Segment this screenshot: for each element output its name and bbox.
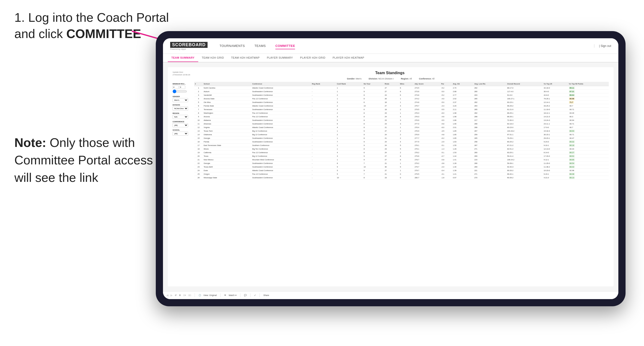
- school-cell[interactable]: Oklahoma: [203, 133, 252, 136]
- subnav-team-h2h-heatmap[interactable]: TEAM H2H HEATMAP: [228, 54, 263, 62]
- school-cell[interactable]: Illinois: [203, 147, 252, 151]
- low-cell: 217: [474, 118, 506, 122]
- subnav-player-summary[interactable]: PLAYER SUMMARY: [263, 54, 296, 62]
- min-rounds-filter: Minimum Rou...: [172, 83, 192, 94]
- wins-cell: 2: [399, 133, 414, 136]
- overall-cell: 97-31-1: [506, 133, 543, 136]
- no-tour-cell: 8: [363, 126, 384, 129]
- toolbar-watch[interactable]: Watch ▾: [229, 294, 236, 297]
- conference-cell: Southeastern Conference: [252, 118, 311, 122]
- sign-out-link[interactable]: | Sign out: [594, 44, 612, 48]
- toolbar-more[interactable]: □□: [188, 294, 191, 297]
- record-cell: 42-16-0: [543, 86, 568, 90]
- table-row: 12 Virginia Atlantic Coast Conference - …: [194, 126, 609, 129]
- max-rounds-input[interactable]: [179, 85, 185, 89]
- conf-rank-cell: 3: [336, 115, 363, 118]
- school-cell[interactable]: Alabama: [203, 118, 252, 122]
- adj-score-cell: 278.2: [414, 151, 440, 154]
- nav-committee[interactable]: COMMITTEE: [276, 43, 295, 49]
- gender-select[interactable]: Men's: [172, 98, 188, 102]
- rank-cell: 23: [194, 165, 203, 169]
- conference-select[interactable]: (All): [172, 123, 188, 127]
- school-cell[interactable]: Oregon: [203, 172, 252, 176]
- school-cell[interactable]: Texas: [203, 154, 252, 158]
- col-record: Vs Top 25: [543, 82, 568, 86]
- record-cell: 11-29-0: [543, 162, 568, 165]
- school-cell[interactable]: Arkansas: [203, 122, 252, 126]
- subnav-player-h2h-grid[interactable]: PLAYER H2H GRID: [296, 54, 329, 62]
- col-points: Vs Top 50 Points: [568, 82, 609, 86]
- school-cell[interactable]: Ole Miss: [203, 101, 252, 104]
- school-cell[interactable]: Georgia: [203, 136, 252, 140]
- school-cell[interactable]: Florida State: [203, 104, 252, 108]
- school-cell[interactable]: East Tennessee State: [203, 144, 252, 147]
- school-cell[interactable]: Tennessee: [203, 108, 252, 111]
- low-cell: 262: [474, 101, 506, 104]
- par-cell: -1.4: [440, 147, 452, 151]
- rank-cell: 24: [194, 169, 203, 172]
- school-cell[interactable]: New Mexico: [203, 158, 252, 162]
- record-cell: 9-19-1: [543, 172, 568, 176]
- table-row: 6 Florida State Atlantic Coast Conferenc…: [194, 104, 609, 108]
- division-select[interactable]: NCAA Division I: [172, 107, 188, 111]
- school-cell[interactable]: Arizona: [203, 115, 252, 118]
- record-cell: 13-24-3: [543, 118, 568, 122]
- min-rounds-input[interactable]: [172, 85, 178, 89]
- conf-rank-cell: 1: [336, 86, 363, 90]
- toolbar-share[interactable]: Share: [264, 294, 269, 297]
- toolbar-reload[interactable]: ↺: [175, 294, 177, 297]
- par-cell: -3.5: [440, 129, 452, 133]
- filter-row: Gender: Men's Division: NCAA Division I …: [172, 78, 609, 80]
- subnav-team-h2h-grid[interactable]: TEAM H2H GRID: [198, 54, 228, 62]
- rnds-cell: 27: [384, 90, 399, 93]
- overall-cell: 88-17-0: [506, 86, 543, 90]
- school-cell[interactable]: Auburn: [203, 90, 252, 93]
- subnav-team-summary[interactable]: TEAM SUMMARY: [168, 54, 198, 62]
- overall-cell: 87-21-2: [506, 144, 543, 147]
- school-cell[interactable]: Texas A&M: [203, 165, 252, 169]
- rounds-slider[interactable]: [172, 89, 187, 93]
- subnav-player-h2h-heatmap[interactable]: PLAYER H2H HEATMAP: [329, 54, 368, 62]
- school-cell[interactable]: Arizona State: [203, 97, 252, 101]
- conf-rank-cell: 9: [336, 165, 363, 169]
- toolbar-forward[interactable]: ▷: [171, 294, 172, 297]
- school-cell[interactable]: Vanderbilt: [203, 93, 252, 97]
- toolbar-share-icon[interactable]: ⬆: [179, 294, 181, 297]
- wins-cell: 0: [399, 172, 414, 176]
- no-tour-cell: 9: [363, 90, 384, 93]
- school-cell[interactable]: California: [203, 151, 252, 154]
- school-cell[interactable]: Mississippi State: [203, 176, 252, 179]
- par-cell: -0.8: [440, 158, 452, 162]
- school-cell[interactable]: Georgia: [203, 162, 252, 165]
- toolbar-expand[interactable]: ⤢: [254, 294, 256, 297]
- school-cell[interactable]: Duke: [203, 169, 252, 172]
- points-cell: 88.42: [568, 165, 609, 169]
- record-cell: 29-23-1: [543, 136, 568, 140]
- school-cell[interactable]: Washington: [203, 111, 252, 115]
- points-cell: 88.54: [568, 162, 609, 165]
- nav-tournaments[interactable]: TOURNAMENTS: [220, 43, 245, 49]
- conference-cell: Pac-12 Conference: [252, 97, 311, 101]
- toolbar-back[interactable]: ◁: [166, 294, 168, 297]
- rnds-cell: 30: [384, 165, 399, 169]
- school-select[interactable]: (All): [172, 132, 188, 136]
- points-cell: 88.13: [568, 176, 609, 179]
- school-cell[interactable]: Virginia: [203, 126, 252, 129]
- overall-cell: 83-15-0: [506, 126, 543, 129]
- no-tour-cell: 9: [363, 144, 384, 147]
- school-cell[interactable]: Texas Tech: [203, 129, 252, 133]
- rank-cell: 10: [194, 118, 203, 122]
- app-header: SCOREBOARD Powered by clippd TOURNAMENTS…: [163, 38, 618, 54]
- school-cell[interactable]: North Carolina: [203, 86, 252, 90]
- region-select[interactable]: N/A: [172, 115, 188, 119]
- school-cell[interactable]: Florida: [203, 140, 252, 144]
- toolbar-divider-4: [250, 293, 250, 297]
- wins-cell: 5: [399, 147, 414, 151]
- nav-teams[interactable]: TEAMS: [254, 43, 266, 49]
- toolbar-comment[interactable]: 💬: [244, 294, 246, 297]
- conf-rank-cell: 1: [336, 144, 363, 147]
- rank-cell: 5: [194, 101, 203, 104]
- adj-score-cell: 273.8: [414, 93, 440, 97]
- toolbar-bookmark[interactable]: □+: [183, 294, 186, 297]
- toolbar-view[interactable]: View: Original: [204, 294, 217, 297]
